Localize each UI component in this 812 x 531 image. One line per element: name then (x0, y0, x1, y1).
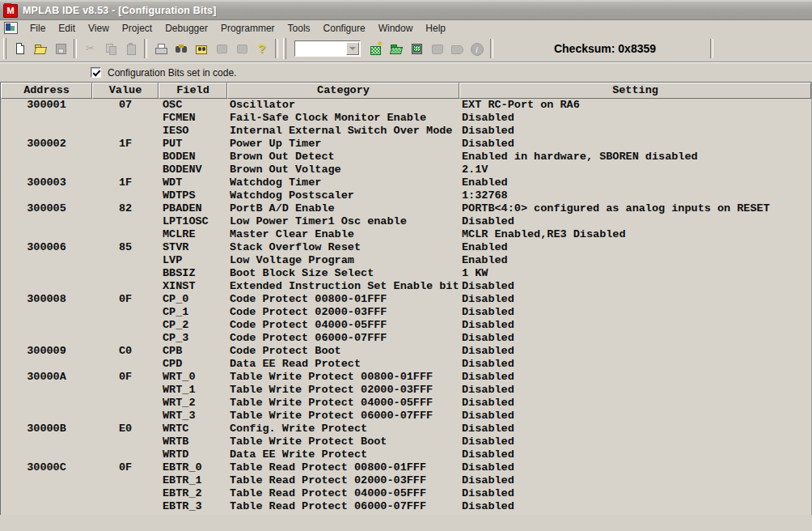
table-row[interactable]: LVPLow Voltage ProgramEnabled (1, 254, 811, 267)
about-info-button[interactable]: i (467, 40, 486, 57)
cell-setting[interactable]: Disabled (459, 280, 811, 293)
paste-button[interactable] (121, 40, 140, 57)
table-row[interactable]: 30000107OSCOscillatorEXT RC-Port on RA6 (1, 99, 811, 112)
find-button[interactable] (171, 40, 190, 57)
table-row[interactable]: WRTDData EE Write ProtectDisabled (1, 448, 811, 461)
cell-setting[interactable]: Enabled in hardware, SBOREN disabled (459, 151, 811, 164)
menu-file[interactable]: File (23, 21, 52, 36)
cell-setting[interactable]: Disabled (459, 332, 811, 345)
cell-setting[interactable]: Disabled (459, 319, 811, 332)
table-row[interactable]: 3000021FPUTPower Up TimerDisabled (1, 138, 811, 151)
config-bits-in-code-checkbox[interactable] (91, 67, 101, 78)
table-row[interactable]: BODENBrown Out DetectEnabled in hardware… (1, 151, 811, 164)
table-row[interactable]: MCLREMaster Clear EnableMCLR Enabled,RE3… (1, 228, 811, 241)
cell-setting[interactable]: Disabled (459, 306, 811, 319)
menu-programmer[interactable]: Programmer (214, 21, 281, 36)
table-row[interactable]: WDTPSWatchdog Postscaler1:32768 (1, 189, 811, 202)
table-row[interactable]: 3000031FWDTWatchdog TimerEnabled (1, 176, 811, 189)
cell-setting[interactable]: Disabled (459, 410, 811, 423)
cell-setting[interactable]: Disabled (459, 397, 811, 410)
table-row[interactable]: CPDData EE Read ProtectDisabled (1, 358, 811, 371)
menu-window[interactable]: Window (372, 21, 420, 36)
cell-setting[interactable]: Disabled (459, 500, 811, 513)
cell-setting[interactable]: Enabled (459, 254, 811, 267)
cell-setting[interactable]: 1:32768 (459, 189, 811, 202)
open-file-button[interactable] (31, 40, 49, 57)
copy-button[interactable] (101, 40, 120, 57)
cell-setting[interactable]: Disabled (459, 513, 811, 515)
cell-setting[interactable]: MCLR Enabled,RE3 Disabled (459, 228, 811, 241)
open-project-button[interactable] (387, 40, 405, 57)
menu-view[interactable]: View (82, 21, 116, 36)
table-row[interactable]: FCMENFail-Safe Clock Monitor EnableDisab… (1, 112, 811, 125)
table-row[interactable]: 300009C0CPBCode Protect BootDisabled (1, 345, 811, 358)
document-window-icon[interactable] (4, 22, 18, 34)
menu-configure[interactable]: Configure (317, 21, 372, 36)
table-row[interactable]: 30000C0FEBTR_0Table Read Protect 00800-0… (1, 461, 811, 474)
table-row[interactable]: CP_3Code Protect 06000-07FFFDisabled (1, 332, 811, 345)
table-row[interactable]: 30000582PBADENPortB A/D EnablePORTB<4:0>… (1, 202, 811, 215)
table-row[interactable]: EBTR_1Table Read Protect 02000-03FFFDisa… (1, 474, 811, 487)
toolbar-grip[interactable] (3, 38, 6, 59)
cell-setting[interactable]: 2.1V (459, 164, 811, 176)
cell-setting[interactable]: Disabled (459, 358, 811, 371)
table-row[interactable]: WRT_1Table Write Protect 02000-03FFFDisa… (1, 384, 811, 397)
cell-setting[interactable]: Disabled (459, 138, 811, 151)
cell-setting[interactable]: Disabled (459, 125, 811, 138)
cell-setting[interactable]: PORTB<4:0> configured as analog inputs o… (459, 202, 811, 215)
menu-project[interactable]: Project (116, 21, 159, 36)
table-row[interactable]: BODENVBrown Out Voltage2.1V (1, 164, 811, 176)
mplab-logo-icon[interactable]: M (3, 4, 18, 18)
cell-setting[interactable]: Disabled (459, 474, 811, 487)
table-row[interactable]: CP_1Code Protect 02000-03FFFDisabled (1, 306, 811, 319)
save-workspace-button[interactable] (407, 40, 425, 57)
bookmark-prev-button[interactable] (212, 40, 230, 57)
cell-setting[interactable]: Disabled (459, 112, 811, 125)
cell-setting[interactable]: Disabled (459, 293, 811, 306)
cell-setting[interactable]: Disabled (459, 371, 811, 384)
table-row[interactable]: XINSTExtended Instruction Set Enable bit… (1, 280, 811, 293)
cell-setting[interactable]: Enabled (459, 241, 811, 254)
cell-setting[interactable]: Disabled (459, 461, 811, 474)
menu-edit[interactable]: Edit (52, 21, 82, 36)
table-row[interactable]: EBTR_2Table Read Protect 04000-05FFFDisa… (1, 487, 811, 500)
table-row[interactable]: IESOInternal External Switch Over ModeDi… (1, 125, 811, 138)
title-bar[interactable]: M MPLAB IDE v8.53 - [Configuration Bits] (0, 2, 812, 20)
cell-setting[interactable]: 1 KW (459, 267, 811, 280)
bookmark-next-button[interactable] (232, 40, 251, 57)
table-row[interactable]: WRT_3Table Write Protect 06000-07FFFDisa… (1, 410, 811, 423)
print-button[interactable] (151, 40, 170, 57)
cell-setting[interactable]: Disabled (459, 448, 811, 461)
cell-setting[interactable]: Disabled (459, 345, 811, 358)
menu-tools[interactable]: Tools (281, 21, 317, 36)
cell-setting[interactable]: Disabled (459, 487, 811, 500)
table-row[interactable]: 30000685STVRStack Overflow ResetEnabled (1, 241, 811, 254)
table-row[interactable]: 30000BE0WRTCConfig. Write ProtectDisable… (1, 423, 811, 435)
cell-setting[interactable]: Disabled (459, 384, 811, 397)
table-row[interactable]: LPT1OSCLow Power Timer1 Osc enableDisabl… (1, 215, 811, 228)
table-row[interactable]: BBSIZBoot Block Size Select1 KW (1, 267, 811, 280)
cell-setting[interactable]: Disabled (459, 215, 811, 228)
cell-setting[interactable]: Disabled (459, 435, 811, 448)
menu-debugger[interactable]: Debugger (159, 21, 214, 36)
toolbar-grip[interactable] (283, 38, 286, 59)
find-in-files-button[interactable] (192, 40, 210, 57)
table-row[interactable]: 30000D40EBTRBTable Read Protect BootDisa… (1, 513, 811, 515)
device-combo[interactable] (294, 40, 361, 57)
cell-setting[interactable]: Enabled (459, 176, 811, 189)
cut-button[interactable]: ✂ (81, 40, 99, 57)
program-target-button[interactable] (447, 40, 466, 57)
table-row[interactable]: 30000A0FWRT_0Table Write Protect 00800-0… (1, 371, 811, 384)
table-row[interactable]: WRTBTable Write Protect BootDisabled (1, 435, 811, 448)
table-row[interactable]: WRT_2Table Write Protect 04000-05FFFDisa… (1, 397, 811, 410)
table-row[interactable]: EBTR_3Table Read Protect 06000-07FFFDisa… (1, 500, 811, 513)
table-row[interactable]: 3000080FCP_0Code Protect 00800-01FFFDisa… (1, 293, 811, 306)
cell-setting[interactable]: Disabled (459, 423, 811, 435)
new-project-button[interactable] (366, 40, 385, 57)
help-button[interactable]: ? (252, 40, 271, 57)
save-file-button[interactable] (51, 40, 70, 57)
combo-dropdown-button[interactable] (346, 42, 359, 55)
cell-setting[interactable]: EXT RC-Port on RA6 (459, 99, 811, 112)
new-file-button[interactable] (11, 40, 29, 57)
build-button[interactable] (427, 40, 446, 57)
